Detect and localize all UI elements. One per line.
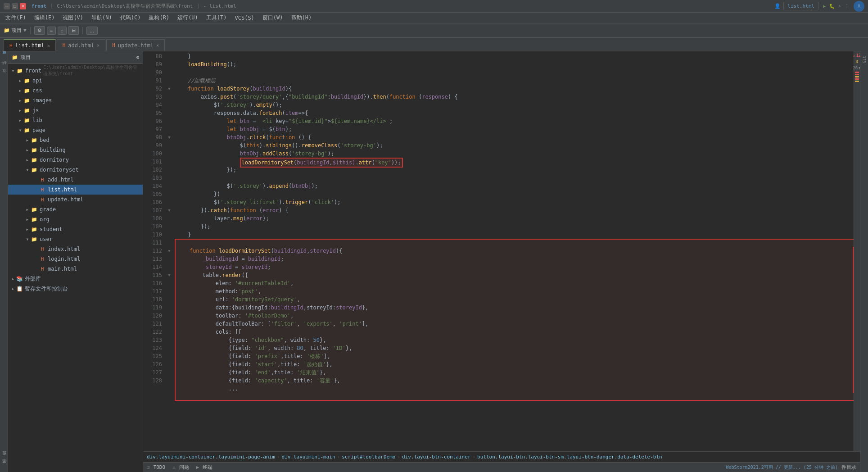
breadcrumb-item-5[interactable]: button.layui-btn.layui-btn-sm.layui-btn-… [477,454,662,460]
window-controls[interactable]: ─ □ ✕ [4,3,26,9]
menu-item-vcs[interactable]: VCS(S) [231,14,258,22]
tree-item-grade[interactable]: ▶ 📁 grade [8,204,143,214]
tree-arrow-dormitory: ▶ [24,158,31,162]
menu-item-edit[interactable]: 编辑(E) [31,13,59,23]
todo-icon: ☑ [147,464,150,470]
project-label: 项目 [12,27,22,34]
code-line-108: layer.msg(error); [175,214,854,222]
menu-item-tools[interactable]: 工具(T) [203,13,231,23]
tree-item-building[interactable]: ▶ 📁 building [8,145,143,155]
vtab-bottom2[interactable]: 书签 [0,463,8,470]
tree-item-update-html[interactable]: H update.html [8,195,143,204]
fold-mark-112[interactable]: ▼ [166,247,173,255]
code-container[interactable]: 88 89 90 91 92 93 94 95 96 97 98 99 100 … [143,51,860,451]
tree-icon-dormitory: 📁 [31,156,38,163]
tree-item-bed[interactable]: ▶ 📁 bed [8,135,143,145]
tab-close-list[interactable]: ✕ [47,43,50,48]
menu-item-help[interactable]: 帮助(H) [288,13,316,23]
collapse-button[interactable]: ⊟ [68,26,79,35]
tree-item-user[interactable]: ▼ 📁 user [8,234,143,244]
tree-item-images[interactable]: ▶ 📁 images [8,95,143,105]
run-button[interactable]: ▶ [823,4,826,9]
fold-mark-115[interactable]: ▼ [166,271,173,279]
code-line-112: function loadDormitorySet(buildingId,sto… [176,247,853,255]
vtab-favorites[interactable]: 收 [0,73,8,80]
close-button[interactable]: ✕ [20,3,26,9]
tree-root-front[interactable]: ▼ 📁 front C:\Users\admin\Desktop\高校学生宿舍管… [8,66,143,76]
todo-label[interactable]: TODO [154,464,166,470]
fold-mark-92[interactable]: ▼ [166,85,173,93]
sort-button[interactable]: ≡ [47,27,56,35]
breadcrumb-item-1[interactable]: div.layuimini-container.layuimini-page-a… [147,454,275,460]
tree-icon-login: H [39,255,46,263]
profile-button[interactable]: ⚡ [838,4,841,9]
tree-item-login-html[interactable]: H login.html [8,254,143,264]
tree-item-student[interactable]: ▶ 📁 student [8,224,143,234]
tree-item-dormitory[interactable]: ▶ 📁 dormitory [8,155,143,165]
title-right-controls[interactable]: 👤 list.html ▶ 🐛 ⚡ ⋮ A [774,1,864,12]
vtab-structure[interactable]: 结 [0,64,8,72]
tree-item-list-html[interactable]: H list.html [8,185,143,195]
tree-item-index-html[interactable]: H index.html [8,244,143,254]
maximize-button[interactable]: □ [12,3,18,9]
code-line-105: }) [175,190,854,198]
problems-label[interactable]: 问题 [179,464,189,471]
menu-item-view[interactable]: 视图(V) [59,13,87,23]
terminal-label[interactable]: 终端 [203,464,212,471]
tab-icon-update: H [112,42,115,48]
tree-item-page[interactable]: ▼ 📁 page [8,125,143,135]
tree-icon-js: 📁 [23,107,31,114]
info-count: 26 [853,66,858,70]
menu-item-file[interactable]: 文件(F) [2,13,30,23]
menu-item-run[interactable]: 运行(U) [174,13,202,23]
tree-item-main-html[interactable]: H main.html [8,264,143,274]
tree-item-css[interactable]: ▶ 📁 css [8,86,143,95]
breadcrumb-item-2[interactable]: div.layuimini-main [281,454,335,460]
vtab-project[interactable]: 项目 [0,53,8,60]
menu-item-refactor[interactable]: 重构(R) [145,13,173,23]
login-button[interactable]: list.html [783,2,818,10]
tree-item-external-lib[interactable]: ▶ 📚 外部库 [8,274,143,284]
more-toolbar-button[interactable]: … [86,27,98,35]
tree-arrow-css: ▶ [17,89,23,93]
right-vtab-1[interactable]: Git [861,53,868,66]
code-line-114: _storeyId = storeyId; [176,263,853,271]
more-button[interactable]: ⋮ [845,4,849,9]
tree-item-api[interactable]: ▶ 📁 api [8,76,143,86]
tab-close-update[interactable]: ✕ [156,43,159,48]
tree-item-dormitoryset[interactable]: ▼ 📁 dormitoryset [8,165,143,175]
tree-label-bed: bed [40,137,50,143]
tree-icon-grade: 📁 [31,206,38,213]
tree-item-js[interactable]: ▶ 📁 js [8,105,143,115]
tree-item-temp[interactable]: ▶ 📋 暂存文件和控制台 [8,284,143,294]
tree-icon-org: 📁 [31,216,38,223]
menu-item-window[interactable]: 窗口(W) [259,13,287,23]
menu-item-code[interactable]: 代码(C) [117,13,145,23]
menu-item-nav[interactable]: 导航(N) [88,13,116,23]
expand-all-button[interactable]: ↕ [58,27,67,35]
fold-mark-98[interactable]: ▼ [166,133,173,141]
vtab-bottom1[interactable]: 任务 [0,455,8,462]
tab-close-add[interactable]: ✕ [97,43,99,48]
tree-item-lib[interactable]: ▶ 📁 lib [8,115,143,125]
file-dir-label[interactable]: 件目录 [841,464,856,471]
fold-mark-107[interactable]: ▼ [166,206,173,214]
project-dropdown[interactable]: ▼ [23,27,27,33]
breadcrumb-item-3[interactable]: script#toolbarDemo [342,454,395,460]
code-line-123: {type: "checkbox", width: 50}, [176,336,853,344]
tab-update-html[interactable]: H update.html ✕ [106,39,165,51]
tree-item-org[interactable]: ▶ 📁 org [8,214,143,224]
tab-list-html[interactable]: H list.html ✕ [4,39,56,51]
tree-item-add-html[interactable]: H add.html [8,175,143,185]
project-settings-icon[interactable]: ⚙ [136,54,139,60]
highlight-box-end [175,393,854,401]
tree-arrow-front: ▼ [10,69,16,73]
tree-icon-add: H [39,176,46,183]
highlight-box-body: function loadDormitorySet(buildingId,sto… [175,247,854,393]
settings-button[interactable]: ⚙ [34,26,45,35]
tab-add-html[interactable]: H add.html ✕ [57,39,105,51]
code-content[interactable]: } loadBuilding(); //加载楼层 function loadSt… [173,51,854,451]
minimize-button[interactable]: ─ [4,3,10,9]
debug-button[interactable]: 🐛 [829,4,835,9]
breadcrumb-item-4[interactable]: div.layui-btn-container [402,454,470,460]
